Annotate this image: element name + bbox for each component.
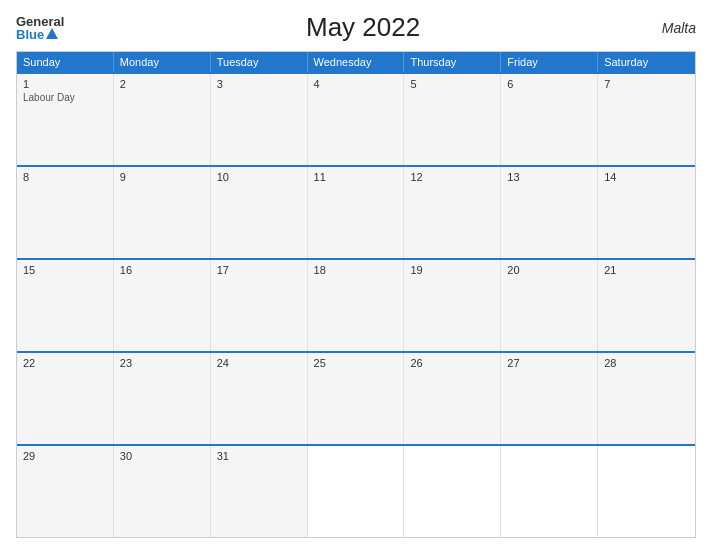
day-cell: 19: [404, 260, 501, 351]
day-cell: 9: [114, 167, 211, 258]
day-cell: [501, 446, 598, 537]
day-number: 16: [120, 264, 204, 276]
day-number: 31: [217, 450, 301, 462]
day-cell: 10: [211, 167, 308, 258]
day-number: 27: [507, 357, 591, 369]
day-number: 15: [23, 264, 107, 276]
day-cell: 4: [308, 74, 405, 165]
day-number: 4: [314, 78, 398, 90]
day-cell: 23: [114, 353, 211, 444]
day-number: 30: [120, 450, 204, 462]
logo-blue-text: Blue: [16, 28, 64, 41]
header-saturday: Saturday: [598, 52, 695, 72]
day-cell: 17: [211, 260, 308, 351]
day-cell: 22: [17, 353, 114, 444]
week-3: 15161718192021: [17, 258, 695, 351]
header: General Blue May 2022 Malta: [16, 12, 696, 43]
day-number: 29: [23, 450, 107, 462]
calendar-body: 1Labour Day23456789101112131415161718192…: [17, 72, 695, 537]
day-number: 11: [314, 171, 398, 183]
day-number: 12: [410, 171, 494, 183]
day-cell: 26: [404, 353, 501, 444]
day-cell: 1Labour Day: [17, 74, 114, 165]
day-number: 6: [507, 78, 591, 90]
week-5: 293031: [17, 444, 695, 537]
day-number: 19: [410, 264, 494, 276]
day-cell: 3: [211, 74, 308, 165]
day-number: 23: [120, 357, 204, 369]
day-number: 17: [217, 264, 301, 276]
country-label: Malta: [662, 20, 696, 36]
header-wednesday: Wednesday: [308, 52, 405, 72]
day-cell: 15: [17, 260, 114, 351]
day-number: 9: [120, 171, 204, 183]
day-number: 25: [314, 357, 398, 369]
day-number: 20: [507, 264, 591, 276]
day-number: 13: [507, 171, 591, 183]
day-cell: 14: [598, 167, 695, 258]
week-4: 22232425262728: [17, 351, 695, 444]
logo-triangle-icon: [46, 28, 58, 39]
day-cell: 31: [211, 446, 308, 537]
header-sunday: Sunday: [17, 52, 114, 72]
day-cell: 25: [308, 353, 405, 444]
day-cell: 20: [501, 260, 598, 351]
day-cell: 27: [501, 353, 598, 444]
header-tuesday: Tuesday: [211, 52, 308, 72]
day-number: 7: [604, 78, 689, 90]
day-cell: [598, 446, 695, 537]
day-number: 14: [604, 171, 689, 183]
day-number: 21: [604, 264, 689, 276]
day-cell: 6: [501, 74, 598, 165]
header-thursday: Thursday: [404, 52, 501, 72]
day-number: 26: [410, 357, 494, 369]
day-cell: 8: [17, 167, 114, 258]
calendar-header: Sunday Monday Tuesday Wednesday Thursday…: [17, 52, 695, 72]
calendar: Sunday Monday Tuesday Wednesday Thursday…: [16, 51, 696, 538]
day-number: 10: [217, 171, 301, 183]
day-cell: 5: [404, 74, 501, 165]
logo: General Blue: [16, 15, 64, 41]
week-2: 891011121314: [17, 165, 695, 258]
day-cell: 16: [114, 260, 211, 351]
week-1: 1Labour Day234567: [17, 72, 695, 165]
day-cell: 11: [308, 167, 405, 258]
day-event-label: Labour Day: [23, 92, 107, 103]
header-friday: Friday: [501, 52, 598, 72]
day-cell: 30: [114, 446, 211, 537]
day-cell: 29: [17, 446, 114, 537]
calendar-title: May 2022: [306, 12, 420, 43]
page: General Blue May 2022 Malta Sunday Monda…: [0, 0, 712, 550]
day-cell: 13: [501, 167, 598, 258]
day-number: 3: [217, 78, 301, 90]
day-cell: 28: [598, 353, 695, 444]
day-cell: 21: [598, 260, 695, 351]
day-number: 24: [217, 357, 301, 369]
day-cell: 7: [598, 74, 695, 165]
day-number: 1: [23, 78, 107, 90]
header-monday: Monday: [114, 52, 211, 72]
day-cell: 24: [211, 353, 308, 444]
day-number: 18: [314, 264, 398, 276]
day-cell: 18: [308, 260, 405, 351]
day-number: 28: [604, 357, 689, 369]
day-cell: [308, 446, 405, 537]
day-cell: 12: [404, 167, 501, 258]
day-number: 5: [410, 78, 494, 90]
day-number: 8: [23, 171, 107, 183]
day-number: 2: [120, 78, 204, 90]
day-cell: [404, 446, 501, 537]
day-number: 22: [23, 357, 107, 369]
day-cell: 2: [114, 74, 211, 165]
logo-general-text: General: [16, 15, 64, 28]
